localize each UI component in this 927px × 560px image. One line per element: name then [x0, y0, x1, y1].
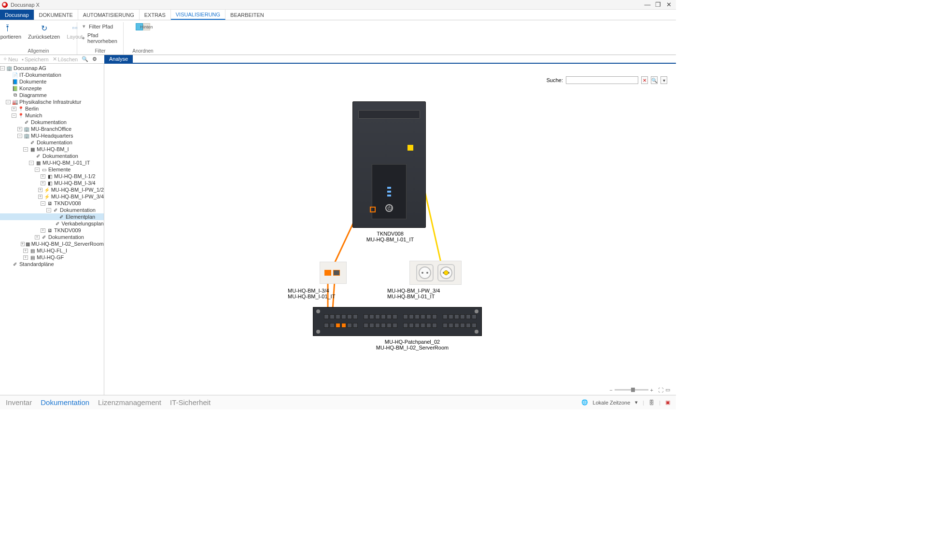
port-marker-orange — [370, 207, 376, 212]
diagram-canvas[interactable]: ⏻ TKNDV008 MU-HQ-BM_I-01_IT MU-HQ-BM_I-3… — [104, 72, 676, 395]
tree-toggle[interactable]: − — [17, 134, 22, 138]
tree-node-n18[interactable]: +⚡MU-HQ-BM_I-PW_1/2 — [0, 186, 104, 193]
tree-node-n3[interactable]: 📗Konzepte — [0, 85, 104, 92]
tree-toggle[interactable]: + — [21, 242, 25, 246]
tree-node-n14[interactable]: −▦MU-HQ-BM_I-01_IT — [0, 159, 104, 166]
tree-node-n16[interactable]: +◧MU-HQ-BM_I-1/2 — [0, 173, 104, 180]
tree-node-n2[interactable]: 📘Dokumente — [0, 78, 104, 85]
tree-node-n25[interactable]: +✐Dokumentation — [0, 234, 104, 240]
nav-inventar[interactable]: Inventar — [6, 398, 32, 406]
patch-panel-element[interactable] — [313, 307, 482, 336]
minimize-button[interactable]: — — [642, 1, 653, 8]
arrange-hinten-button[interactable]: Hinten — [136, 23, 150, 30]
patch-port — [403, 314, 408, 319]
tree-toggle[interactable]: − — [6, 100, 11, 104]
reset-icon: ↻ — [39, 23, 49, 33]
tree-toggle[interactable]: + — [41, 228, 45, 233]
filter-pfad-button[interactable]: ▾Filter Pfad — [81, 23, 113, 29]
tree-toggle[interactable]: + — [35, 235, 40, 239]
menu-dokumente[interactable]: DOKUMENTE — [34, 10, 78, 20]
tree-node-n29[interactable]: ✐Standardpläne — [0, 261, 104, 267]
tree-node-n9[interactable]: +🏢MU-BranchOffice — [0, 126, 104, 132]
tree-node-n27[interactable]: +▤MU-HQ-FL_I — [0, 247, 104, 254]
patch-port — [415, 323, 420, 328]
tree-node-n19[interactable]: +⚡MU-HQ-BM_I-PW_3/4 — [0, 193, 104, 200]
zoom-out-icon[interactable]: − — [609, 387, 612, 393]
menu-visualisierung[interactable]: VISUALISIERUNG — [171, 10, 225, 20]
tree-node-n5[interactable]: −🏭Physikalische Infrastruktur — [0, 98, 104, 105]
loeschen-button[interactable]: ✕Löschen — [53, 56, 78, 62]
zoom-in-icon[interactable]: + — [650, 387, 653, 393]
zoom-actual-icon[interactable]: ▭ — [665, 387, 670, 393]
tree-toggle[interactable]: + — [41, 174, 45, 179]
tree-toggle[interactable]: − — [29, 161, 34, 165]
tree-toggle[interactable]: − — [41, 201, 45, 206]
close-button[interactable]: ✕ — [663, 1, 674, 8]
status-flag-icon[interactable]: ▣ — [665, 399, 670, 406]
tree-node-n24[interactable]: +🖥TKNDV009 — [0, 227, 104, 234]
tree-toggle[interactable]: − — [12, 113, 16, 118]
tree-node-n11[interactable]: ✐Dokumentation — [0, 139, 104, 146]
nav-itsicherheit[interactable]: IT-Sicherheit — [170, 398, 211, 406]
tree-node-n28[interactable]: +▤MU-HQ-GF — [0, 254, 104, 261]
speichern-button[interactable]: ▪Speichern — [22, 56, 48, 62]
tree-label: MU-HQ-BM_I-PW_3/4 — [50, 194, 104, 199]
pfad-hervorheben-button[interactable]: ✶Pfad hervorheben — [81, 32, 119, 44]
menu-extras[interactable]: EXTRAS — [140, 10, 171, 20]
timezone-label[interactable]: Lokale Zeitzone — [593, 400, 631, 406]
nav-lizenz[interactable]: Lizenzmanagement — [98, 398, 161, 406]
tree-node-n6[interactable]: +📍Berlin — [0, 105, 104, 112]
tree-node-n17[interactable]: +◧MU-HQ-BM_I-3/4 — [0, 180, 104, 186]
menu-bearbeiten[interactable]: BEARBEITEN — [225, 10, 269, 20]
tree-icon: ✐ — [29, 140, 36, 145]
tree-toggle[interactable]: − — [0, 66, 5, 70]
tree-pane[interactable]: −🏢Docusnap AG📄IT-Dokumentation📘Dokumente… — [0, 64, 104, 395]
tree-node-n10[interactable]: −🏢MU-Headquarters — [0, 132, 104, 139]
tree-node-n8[interactable]: ✐Dokumentation — [0, 119, 104, 126]
tree-node-n22[interactable]: ✐Elementplan — [0, 213, 104, 220]
tree-node-n1[interactable]: 📄IT-Dokumentation — [0, 71, 104, 78]
tree-icon: 📄 — [12, 72, 18, 78]
settings-small-button[interactable]: ⚙ — [92, 56, 97, 62]
maximize-button[interactable]: ❐ — [653, 1, 663, 8]
tree-toggle[interactable]: + — [23, 255, 28, 260]
nav-dokumentation[interactable]: Dokumentation — [41, 398, 89, 406]
tree-toggle[interactable]: + — [23, 249, 28, 253]
search-small-button[interactable]: 🔍 — [82, 56, 88, 62]
tree-node-n0[interactable]: −🏢Docusnap AG — [0, 65, 104, 71]
patch-port — [454, 323, 459, 328]
tree-toggle[interactable]: + — [12, 107, 16, 111]
tree-toggle[interactable]: + — [41, 181, 45, 185]
tree-node-n26[interactable]: +▦MU-HQ-BM_I-02_ServerRoom — [0, 240, 104, 247]
tree-node-n12[interactable]: −▦MU-HQ-BM_I — [0, 146, 104, 153]
zoom-fit-icon[interactable]: ⛶ — [658, 387, 663, 393]
patch-port — [415, 314, 420, 319]
tree-toggle[interactable]: − — [35, 168, 40, 172]
tree-node-n7[interactable]: −📍Munich — [0, 112, 104, 119]
reset-button[interactable]: ↻ Zurücksetzen — [26, 22, 62, 41]
db-icon[interactable]: 🗄 — [649, 400, 654, 406]
tree-icon: 📘 — [12, 79, 18, 84]
menu-automatisierung[interactable]: AUTOMATISIERUNG — [78, 10, 140, 20]
filter-pfad-label: Filter Pfad — [89, 24, 113, 29]
tree-node-n20[interactable]: −🖥TKNDV008 — [0, 200, 104, 207]
tree-toggle[interactable]: + — [38, 195, 43, 199]
tree-toggle[interactable]: − — [46, 208, 51, 212]
tree-toggle[interactable]: + — [38, 188, 43, 192]
zoom-control[interactable]: − + ⛶ ▭ — [609, 387, 670, 393]
power-socket-element[interactable] — [409, 261, 462, 285]
tree-node-n23[interactable]: ✐Verkabelungsplan — [0, 220, 104, 227]
device-tower[interactable]: ⏻ — [352, 101, 426, 228]
tree-toggle[interactable]: + — [17, 127, 22, 131]
menu-file[interactable]: Docusnap — [0, 10, 34, 20]
tree-icon: 🖥 — [46, 228, 53, 233]
analyse-tab[interactable]: Analyse — [104, 55, 133, 63]
patch-port — [375, 314, 380, 319]
tree-node-n13[interactable]: ✐Dokumentation — [0, 153, 104, 159]
export-button[interactable]: ⭱ Exportieren — [0, 22, 23, 41]
tree-node-n4[interactable]: ⧉Diagramme — [0, 92, 104, 98]
tree-toggle[interactable]: − — [23, 147, 28, 152]
tree-node-n15[interactable]: −▭Elemente — [0, 166, 104, 173]
neu-button[interactable]: ✧Neu — [3, 56, 18, 62]
tree-node-n21[interactable]: −✐Dokumentation — [0, 207, 104, 213]
